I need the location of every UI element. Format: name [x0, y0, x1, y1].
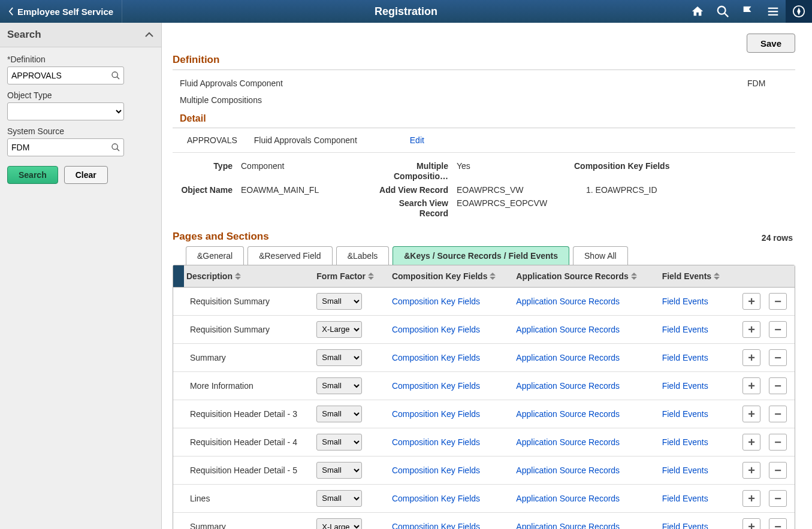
- cell-description: Lines: [184, 489, 312, 508]
- add-row-button[interactable]: +: [742, 293, 760, 310]
- add-row-button[interactable]: +: [742, 490, 760, 507]
- tab-keys[interactable]: &Keys / Source Records / Field Events: [393, 246, 569, 265]
- add-row-button[interactable]: +: [742, 377, 760, 394]
- asr-link[interactable]: Application Source Records: [516, 437, 620, 447]
- col-asr[interactable]: Application Source Records: [511, 265, 657, 287]
- edit-link[interactable]: Edit: [410, 135, 424, 145]
- form-factor-select[interactable]: X-Large: [316, 518, 362, 529]
- object-type-select[interactable]: [7, 102, 124, 120]
- detail-code: APPROVALS: [187, 135, 237, 145]
- delete-row-button[interactable]: −: [769, 321, 787, 338]
- clear-button[interactable]: Clear: [64, 166, 108, 184]
- fe-link[interactable]: Field Events: [662, 325, 708, 334]
- form-factor-select[interactable]: Small: [316, 490, 362, 507]
- back-button[interactable]: Employee Self Service: [0, 0, 122, 23]
- add-row-button[interactable]: +: [742, 321, 760, 338]
- fe-link[interactable]: Field Events: [662, 381, 708, 391]
- delete-row-button[interactable]: −: [769, 434, 787, 451]
- fe-link[interactable]: Field Events: [662, 494, 708, 503]
- fe-link[interactable]: Field Events: [662, 409, 708, 419]
- add-row-button[interactable]: +: [742, 434, 760, 451]
- asr-link[interactable]: Application Source Records: [516, 494, 620, 503]
- form-factor-select[interactable]: X-Large: [316, 321, 362, 338]
- add-row-button[interactable]: +: [742, 518, 760, 529]
- lookup-icon[interactable]: [111, 143, 120, 152]
- asr-link[interactable]: Application Source Records: [516, 381, 620, 391]
- rows-count: 24 rows: [762, 233, 793, 243]
- definition-input[interactable]: [7, 66, 124, 84]
- plus-icon: +: [748, 521, 755, 529]
- form-factor-select[interactable]: Small: [316, 406, 362, 422]
- ckf-link[interactable]: Composition Key Fields: [392, 522, 480, 529]
- fe-link[interactable]: Field Events: [662, 465, 708, 475]
- minus-icon: −: [774, 380, 781, 392]
- tab-general[interactable]: &General: [186, 246, 244, 265]
- definition-multi-label: Multiple Compositions: [180, 95, 795, 105]
- save-button[interactable]: Save: [747, 34, 795, 53]
- asr-link[interactable]: Application Source Records: [516, 297, 620, 306]
- search-button[interactable]: Search: [7, 166, 58, 184]
- fe-link[interactable]: Field Events: [662, 522, 708, 529]
- delete-row-button[interactable]: −: [769, 406, 787, 422]
- col-form-factor[interactable]: Form Factor: [312, 265, 387, 287]
- compass-button[interactable]: [786, 0, 812, 23]
- asr-link[interactable]: Application Source Records: [516, 325, 620, 334]
- fe-link[interactable]: Field Events: [662, 297, 708, 306]
- table-row: Requisition SummaryX-LargeComposition Ke…: [173, 316, 795, 344]
- tab-labels[interactable]: &Labels: [336, 246, 390, 265]
- add-row-button[interactable]: +: [742, 462, 760, 479]
- col-description[interactable]: Description: [184, 265, 312, 287]
- delete-row-button[interactable]: −: [769, 349, 787, 366]
- form-factor-select[interactable]: Small: [316, 293, 362, 310]
- tab-showall[interactable]: Show All: [573, 246, 628, 265]
- object-type-label: Object Type: [7, 90, 154, 100]
- fe-link[interactable]: Field Events: [662, 353, 708, 362]
- form-factor-select[interactable]: Small: [316, 434, 362, 451]
- ckf-link[interactable]: Composition Key Fields: [392, 297, 480, 306]
- delete-row-button[interactable]: −: [769, 377, 787, 394]
- compass-icon: [792, 5, 805, 18]
- ckf-link[interactable]: Composition Key Fields: [392, 381, 480, 391]
- header-icons: [685, 0, 812, 23]
- asr-link[interactable]: Application Source Records: [516, 522, 620, 529]
- search-button[interactable]: [710, 0, 735, 23]
- ckf-link[interactable]: Composition Key Fields: [392, 353, 480, 362]
- ckf-link[interactable]: Composition Key Fields: [392, 325, 480, 334]
- cell-description: Requisition Summary: [184, 292, 312, 311]
- asr-link[interactable]: Application Source Records: [516, 353, 620, 362]
- system-source-input[interactable]: [7, 138, 124, 156]
- search-panel-header[interactable]: Search: [0, 23, 161, 47]
- col-fe[interactable]: Field Events: [657, 265, 735, 287]
- form-factor-select[interactable]: Small: [316, 377, 362, 394]
- delete-row-button[interactable]: −: [769, 518, 787, 529]
- grid-marker[interactable]: [173, 265, 184, 287]
- ckf-link[interactable]: Composition Key Fields: [392, 494, 480, 503]
- delete-row-button[interactable]: −: [769, 462, 787, 479]
- col-ckf[interactable]: Composition Key Fields: [387, 265, 511, 287]
- add-row-button[interactable]: +: [742, 349, 760, 366]
- tab-reserved[interactable]: &Reserved Field: [247, 246, 333, 265]
- add-row-button[interactable]: +: [742, 406, 760, 422]
- delete-row-button[interactable]: −: [769, 293, 787, 310]
- fe-link[interactable]: Field Events: [662, 437, 708, 447]
- ckf-link[interactable]: Composition Key Fields: [392, 465, 480, 475]
- form-factor-select[interactable]: Small: [316, 462, 362, 479]
- form-factor-select[interactable]: Small: [316, 349, 362, 366]
- asr-link[interactable]: Application Source Records: [516, 465, 620, 475]
- plus-icon: +: [748, 464, 755, 476]
- ckf-link[interactable]: Composition Key Fields: [392, 437, 480, 447]
- ckf-header: Composition Key Fields: [574, 161, 694, 171]
- asr-link[interactable]: Application Source Records: [516, 409, 620, 419]
- menu-button[interactable]: [760, 0, 786, 23]
- sort-icon: [235, 273, 241, 280]
- home-icon: [691, 5, 704, 18]
- lookup-icon[interactable]: [111, 71, 120, 80]
- search-icon: [716, 5, 729, 18]
- table-row: Requisition Header Detail - 5SmallCompos…: [173, 457, 795, 485]
- home-button[interactable]: [685, 0, 710, 23]
- flag-button[interactable]: [735, 0, 760, 23]
- delete-row-button[interactable]: −: [769, 490, 787, 507]
- ckf-link[interactable]: Composition Key Fields: [392, 409, 480, 419]
- minus-icon: −: [774, 436, 781, 448]
- detail-name: Fluid Approvals Component: [254, 135, 357, 145]
